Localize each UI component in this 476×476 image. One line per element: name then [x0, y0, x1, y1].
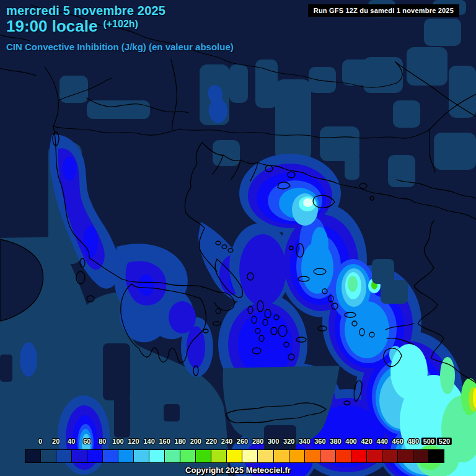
scale-label-120: 120 — [128, 438, 139, 445]
scale-label-240: 240 — [221, 438, 232, 445]
scale-box-480 — [397, 449, 413, 463]
scale-label-360: 360 — [314, 438, 325, 445]
scale-label-220: 220 — [206, 438, 217, 445]
scale-box-380 — [320, 449, 336, 463]
scale-label-340: 340 — [299, 438, 310, 445]
scale-box-320 — [273, 449, 289, 463]
scale-label-520: 520 — [437, 438, 452, 445]
scale-label-160: 160 — [159, 438, 170, 445]
run-info-box: Run GFS 12Z du samedi 1 novembre 2025 — [308, 4, 459, 17]
scale-label-380: 380 — [330, 438, 341, 445]
scale-label-460: 460 — [392, 438, 403, 445]
scale-box-360 — [304, 449, 320, 463]
scale-label-60: 60 — [83, 438, 90, 445]
scale-box-100 — [102, 449, 118, 463]
scale-box-80 — [87, 449, 103, 463]
scale-label-420: 420 — [361, 438, 372, 445]
scale-box-0 — [25, 449, 41, 463]
scale-label-100: 100 — [112, 438, 123, 445]
scale-box-400 — [335, 449, 351, 463]
forecast-offset: (+102h) — [103, 19, 138, 29]
scale-label-20: 20 — [52, 438, 60, 445]
scale-box-200 — [180, 449, 196, 463]
color-scale: 0204060801001201401601802002202402602803… — [25, 438, 444, 464]
scale-box-420 — [351, 449, 367, 463]
scale-box-500 — [413, 449, 429, 463]
copyright-text: Copyright 2025 Meteociel.fr — [185, 465, 291, 475]
time-line: 19:00 locale(+102h) — [6, 17, 138, 36]
scale-label-0: 0 — [38, 438, 42, 445]
scale-label-320: 320 — [283, 438, 294, 445]
scale-box-280 — [242, 449, 258, 463]
scale-box-300 — [257, 449, 273, 463]
scale-box-20 — [40, 449, 56, 463]
scale-box-40 — [56, 449, 72, 463]
scale-box-440 — [366, 449, 382, 463]
scale-label-300: 300 — [268, 438, 279, 445]
scale-box-120 — [118, 449, 134, 463]
scale-label-140: 140 — [143, 438, 154, 445]
date-line: mercredi 5 novembre 2025 — [6, 4, 165, 18]
scale-label-400: 400 — [345, 438, 356, 445]
scale-box-180 — [164, 449, 180, 463]
scale-box-220 — [195, 449, 211, 463]
cin-map — [0, 0, 476, 476]
parameter-title: CIN Convective Inhibition (J/kg) (en val… — [6, 42, 234, 52]
scale-label-260: 260 — [237, 438, 248, 445]
scale-label-40: 40 — [68, 438, 75, 445]
scale-box-340 — [289, 449, 305, 463]
scale-box-260 — [226, 449, 242, 463]
scale-label-480: 480 — [408, 438, 419, 445]
scale-label-200: 200 — [190, 438, 201, 445]
local-time: 19:00 locale — [6, 17, 97, 35]
scale-box-520 — [428, 449, 444, 463]
scale-box-160 — [149, 449, 165, 463]
weather-map-page: mercredi 5 novembre 2025 19:00 locale(+1… — [0, 0, 476, 476]
scale-label-80: 80 — [99, 438, 106, 445]
scale-box-460 — [382, 449, 398, 463]
scale-box-140 — [133, 449, 149, 463]
color-scale-bar — [25, 449, 444, 462]
scale-box-60 — [71, 449, 87, 463]
scale-label-280: 280 — [252, 438, 263, 445]
scale-label-500: 500 — [421, 438, 436, 445]
scale-label-440: 440 — [377, 438, 388, 445]
color-scale-labels: 0204060801001201401601802002202402602803… — [25, 438, 444, 447]
scale-box-240 — [211, 449, 227, 463]
scale-label-180: 180 — [175, 438, 186, 445]
